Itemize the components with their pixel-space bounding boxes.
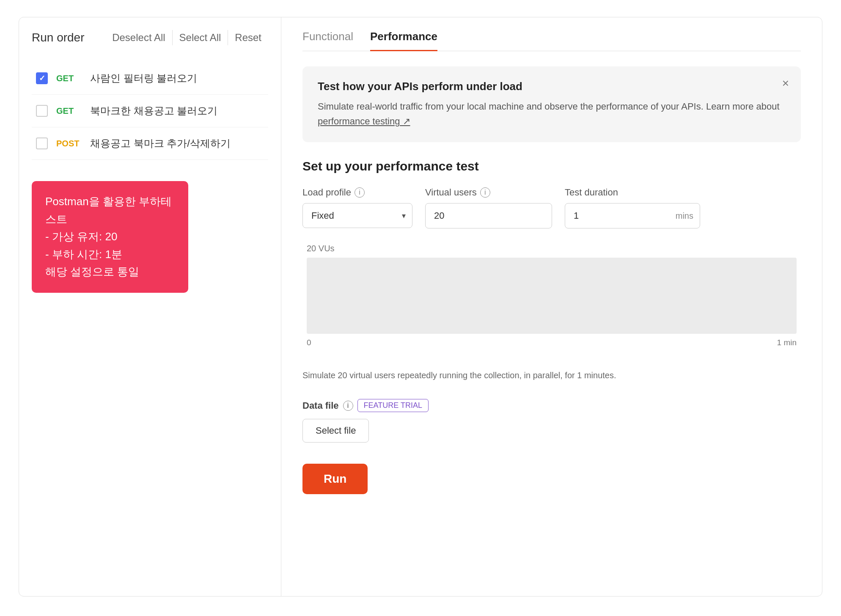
data-file-info-icon[interactable]: i [343, 401, 353, 411]
tooltip-line-1: Postman을 활용한 부하테스트 [45, 193, 175, 228]
tabs: Functional Performance [302, 30, 801, 51]
chart-vu-label: 20 VUs [307, 244, 797, 253]
list-item: POST 채용공고 북마크 추가/삭제하기 [32, 127, 268, 160]
performance-testing-link[interactable]: performance testing ↗ [318, 116, 410, 126]
run-order-label: Run order [32, 31, 85, 44]
checkbox-item-1[interactable] [36, 72, 48, 84]
load-profile-select-wrapper: Fixed Ramp up ▾ [302, 203, 412, 228]
load-profile-label: Load profile i [302, 187, 412, 198]
api-list: GET 사람인 필터링 불러오기 GET 북마크한 채용공고 불러오기 POST… [32, 62, 268, 160]
info-box-title: Test how your APIs perform under load [318, 80, 786, 93]
api-name-2: 북마크한 채용공고 불러오기 [90, 104, 217, 118]
list-item: GET 북마크한 채용공고 불러오기 [32, 95, 268, 127]
deselect-all-button[interactable]: Deselect All [105, 30, 172, 45]
tab-performance[interactable]: Performance [370, 30, 437, 51]
list-item: GET 사람인 필터링 불러오기 [32, 62, 268, 95]
test-duration-input[interactable] [565, 203, 700, 228]
tooltip-line-2: - 가상 유저: 20 [45, 228, 175, 246]
chart-description: Simulate 20 virtual users repeatedly run… [302, 368, 801, 382]
load-profile-group: Load profile i Fixed Ramp up ▾ [302, 187, 412, 228]
info-box: Test how your APIs perform under load Si… [302, 66, 801, 142]
right-panel: Functional Performance Test how your API… [281, 17, 822, 596]
tooltip-box: Postman을 활용한 부하테스트 - 가상 유저: 20 - 부하 시간: … [32, 181, 188, 293]
run-button[interactable]: Run [302, 464, 368, 494]
chart-area [307, 258, 797, 334]
load-profile-select[interactable]: Fixed Ramp up [302, 203, 412, 228]
form-row: Load profile i Fixed Ramp up ▾ Virtual u… [302, 187, 801, 228]
chart-container: 20 VUs 0 1 min [302, 244, 801, 356]
chart-axis-start: 0 [307, 338, 311, 347]
feature-trial-badge: FEATURE TRIAL [357, 399, 429, 412]
section-title: Set up your performance test [302, 159, 801, 173]
main-container: Run order Deselect All Select All Reset … [19, 17, 822, 597]
test-duration-label: Test duration [565, 187, 700, 198]
virtual-users-input[interactable] [425, 203, 552, 228]
data-file-section: Data file i FEATURE TRIAL Select file [302, 399, 801, 443]
test-duration-input-wrapper: mins [565, 203, 700, 228]
chart-axis-end: 1 min [777, 338, 797, 347]
tooltip-line-4: 해당 설정으로 통일 [45, 263, 175, 281]
tab-functional[interactable]: Functional [302, 30, 353, 51]
left-header: Run order Deselect All Select All Reset [32, 30, 268, 45]
reset-button[interactable]: Reset [228, 30, 268, 45]
info-box-close-button[interactable]: × [782, 77, 789, 90]
virtual-users-label: Virtual users i [425, 187, 552, 198]
load-profile-info-icon[interactable]: i [355, 187, 365, 198]
tooltip-line-3: - 부하 시간: 1분 [45, 246, 175, 264]
checkbox-item-3[interactable] [36, 138, 48, 149]
chart-axis: 0 1 min [307, 338, 797, 347]
virtual-users-info-icon[interactable]: i [480, 187, 490, 198]
select-file-button[interactable]: Select file [302, 419, 369, 443]
method-badge-get-1: GET [56, 74, 82, 83]
select-all-button[interactable]: Select All [172, 30, 228, 45]
api-name-1: 사람인 필터링 불러오기 [90, 72, 197, 85]
data-file-label: Data file i FEATURE TRIAL [302, 399, 801, 412]
method-badge-get-2: GET [56, 106, 82, 116]
left-panel: Run order Deselect All Select All Reset … [19, 17, 281, 596]
test-duration-group: Test duration mins [565, 187, 700, 228]
virtual-users-group: Virtual users i [425, 187, 552, 228]
method-badge-post-1: POST [56, 139, 82, 148]
header-actions: Deselect All Select All Reset [105, 30, 268, 45]
checkbox-item-2[interactable] [36, 105, 48, 117]
api-name-3: 채용공고 북마크 추가/삭제하기 [90, 137, 231, 150]
info-box-body: Simulate real-world traffic from your lo… [318, 99, 786, 129]
